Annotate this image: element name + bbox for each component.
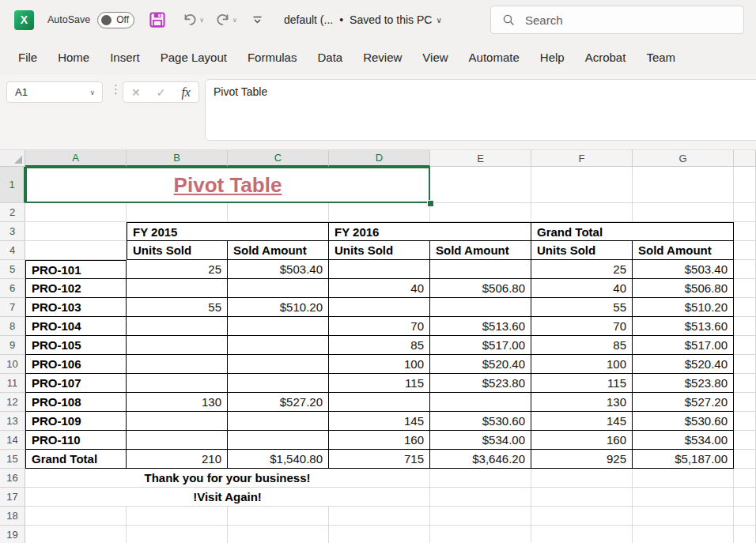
cell-value[interactable]: 100 — [531, 355, 633, 374]
undo-button[interactable]: ∨ — [182, 12, 204, 28]
cell-value[interactable] — [127, 336, 228, 355]
grid-cell[interactable] — [734, 260, 756, 279]
column-header-a[interactable]: A — [25, 150, 127, 167]
grid-cell[interactable] — [228, 203, 329, 222]
grid-cell[interactable] — [25, 241, 127, 260]
cell-value[interactable] — [430, 298, 531, 317]
column-label-sold-amount[interactable]: Sold Amount — [228, 241, 329, 260]
cell-value[interactable] — [430, 393, 531, 412]
cell-value[interactable] — [228, 374, 329, 393]
enter-icon[interactable]: ✓ — [157, 86, 166, 99]
save-status-text[interactable]: Saved to this PC — [350, 13, 432, 26]
row-header-15[interactable]: 15 — [0, 450, 25, 469]
row-label-pro-110[interactable]: PRO-110 — [25, 431, 127, 450]
grid-cell[interactable] — [734, 298, 756, 317]
cell-value[interactable]: 145 — [329, 412, 430, 431]
cell-value[interactable]: 40 — [531, 279, 633, 298]
row-header-10[interactable]: 10 — [0, 355, 25, 374]
cell-value[interactable] — [127, 355, 228, 374]
cell-value[interactable]: 40 — [329, 279, 430, 298]
grid-cell[interactable] — [734, 279, 756, 298]
row-header-8[interactable]: 8 — [0, 317, 25, 336]
name-box-chevron-icon[interactable]: ∨ — [89, 89, 95, 96]
search-input[interactable]: Search — [490, 6, 744, 34]
save-button[interactable] — [149, 11, 166, 28]
cell-value[interactable]: $523.80 — [430, 374, 531, 393]
grid-cell[interactable] — [734, 469, 756, 488]
cell-value[interactable] — [228, 317, 329, 336]
group-header-fy-2016[interactable]: FY 2016 — [329, 222, 531, 241]
row-header-5[interactable]: 5 — [0, 260, 25, 279]
cell-value[interactable]: 130 — [531, 393, 633, 412]
grid-cell[interactable] — [734, 241, 756, 260]
grid-cell[interactable] — [734, 507, 756, 526]
redo-button[interactable]: ∨ — [215, 12, 237, 28]
menu-item-automate[interactable]: Automate — [459, 40, 530, 75]
cell-value[interactable] — [127, 431, 228, 450]
row-header-1[interactable]: 1 — [0, 167, 25, 203]
grid-cell[interactable] — [734, 431, 756, 450]
grid-cell[interactable] — [734, 393, 756, 412]
cell-value[interactable] — [127, 412, 228, 431]
menu-item-team[interactable]: Team — [636, 40, 686, 75]
menu-item-acrobat[interactable]: Acrobat — [575, 40, 637, 75]
grid-cell[interactable] — [329, 526, 430, 543]
cell-value[interactable]: $517.00 — [633, 336, 734, 355]
row-header-16[interactable]: 16 — [0, 469, 25, 488]
grid-cell[interactable] — [633, 167, 734, 203]
grid-cell[interactable] — [633, 526, 734, 543]
cell-value[interactable] — [228, 412, 329, 431]
cell-value[interactable] — [329, 298, 430, 317]
cell-value[interactable]: $513.60 — [633, 317, 734, 336]
menu-item-data[interactable]: Data — [307, 40, 353, 75]
row-header-17[interactable]: 17 — [0, 488, 25, 507]
column-header-g[interactable]: G — [633, 150, 734, 167]
cell-value[interactable]: $534.00 — [430, 431, 531, 450]
row-header-7[interactable]: 7 — [0, 298, 25, 317]
column-label-units-sold[interactable]: Units Sold — [531, 241, 633, 260]
column-header-c[interactable]: C — [228, 150, 329, 167]
cell-value[interactable]: $523.80 — [633, 374, 734, 393]
customize-quick-access-button[interactable] — [251, 14, 263, 25]
column-header-f[interactable]: F — [531, 150, 633, 167]
name-box[interactable]: A1 ∨ — [6, 81, 103, 103]
cell-value[interactable]: $517.00 — [430, 336, 531, 355]
row-label-grand-total[interactable]: Grand Total — [25, 450, 127, 469]
grid-cell[interactable] — [734, 222, 756, 241]
cell-value[interactable]: 145 — [531, 412, 633, 431]
cell-value[interactable]: 85 — [531, 336, 633, 355]
row-header-14[interactable]: 14 — [0, 431, 25, 450]
cell-value[interactable]: $530.60 — [430, 412, 531, 431]
cell-value[interactable] — [228, 431, 329, 450]
autosave-toggle[interactable]: Off — [97, 12, 134, 28]
cell-value[interactable]: 115 — [329, 374, 430, 393]
undo-dropdown-chevron-icon[interactable]: ∨ — [199, 17, 204, 24]
grid-cell[interactable] — [734, 355, 756, 374]
cell-value[interactable] — [127, 374, 228, 393]
cell-value[interactable]: 85 — [329, 336, 430, 355]
grid-cell[interactable] — [734, 488, 756, 507]
grid-cell[interactable] — [228, 526, 329, 543]
cell-value[interactable]: 100 — [329, 355, 430, 374]
cell-value[interactable] — [228, 279, 329, 298]
row-label-pro-108[interactable]: PRO-108 — [25, 393, 127, 412]
row-label-pro-101[interactable]: PRO-101 — [25, 260, 127, 279]
grid-cell[interactable] — [531, 488, 633, 507]
row-header-11[interactable]: 11 — [0, 374, 25, 393]
grid-cell[interactable] — [734, 203, 756, 222]
cell-value[interactable]: $510.20 — [228, 298, 329, 317]
grid-cell[interactable] — [127, 203, 228, 222]
row-label-pro-105[interactable]: PRO-105 — [25, 336, 127, 355]
grid-cell[interactable] — [734, 317, 756, 336]
cell-value[interactable] — [228, 336, 329, 355]
row-header-6[interactable]: 6 — [0, 279, 25, 298]
cell-value[interactable]: $527.20 — [633, 393, 734, 412]
menu-item-file[interactable]: File — [8, 40, 47, 75]
grid-cell[interactable] — [531, 167, 633, 203]
group-header-fy-2015[interactable]: FY 2015 — [127, 222, 329, 241]
cell-value[interactable]: 715 — [329, 450, 430, 469]
cell-value[interactable]: $503.40 — [633, 260, 734, 279]
cell-value[interactable]: 160 — [531, 431, 633, 450]
grid-cell[interactable] — [734, 450, 756, 469]
menu-item-page-layout[interactable]: Page Layout — [150, 40, 237, 75]
